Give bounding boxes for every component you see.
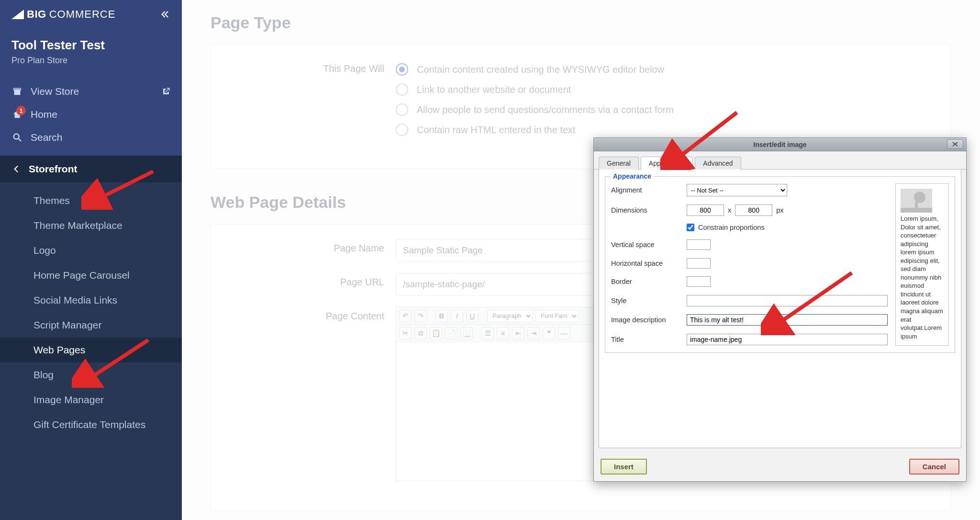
vspace-input[interactable] [687, 239, 711, 250]
underline-icon[interactable]: U [466, 310, 479, 322]
nav-view-store[interactable]: View Store [0, 80, 182, 103]
external-link-icon [162, 87, 170, 96]
radio-icon[interactable] [396, 63, 408, 76]
page-type-option-label: Contain raw HTML entered in the text [417, 124, 576, 136]
page-type-option[interactable]: Contain raw HTML entered in the text [396, 120, 934, 140]
hspace-input[interactable] [687, 258, 711, 269]
quote-icon[interactable]: ❝ [543, 327, 555, 339]
image-description-label: Image description [611, 316, 683, 324]
dialog-tabs: General Appearance Advanced [594, 151, 966, 170]
close-icon [952, 142, 958, 147]
collapse-sidebar-icon[interactable] [160, 9, 170, 20]
preview-text: Lorem ipsum, Dolor sit amet, consectetue… [901, 215, 943, 340]
paste-text-icon[interactable]: 📄 [445, 327, 457, 339]
bold-icon[interactable]: B [435, 310, 448, 322]
sidebar-item-blog[interactable]: Blog [0, 362, 182, 387]
radio-icon[interactable] [396, 103, 408, 116]
ul-icon[interactable]: ☰ [481, 327, 494, 339]
constrain-checkbox[interactable] [687, 224, 694, 231]
preview-thumb-icon [901, 189, 932, 213]
cancel-button[interactable]: Cancel [909, 459, 959, 475]
insert-button[interactable]: Insert [601, 459, 647, 475]
page-name-label: Page Name [228, 239, 396, 254]
dialog-close-button[interactable] [947, 139, 963, 149]
width-input[interactable] [687, 204, 724, 216]
appearance-fieldset: Appearance Alignment -- Not Set -- Dimen… [605, 176, 955, 353]
nav-home[interactable]: 1 Home [0, 103, 182, 126]
sidebar-item-logo[interactable]: Logo [0, 238, 182, 263]
redo-icon[interactable]: ↷ [414, 310, 427, 322]
sidebar-item-gift-certificate-templates[interactable]: Gift Certificate Templates [0, 412, 182, 437]
section-storefront-head[interactable]: Storefront [0, 156, 182, 182]
store-heading: Tool Tester Test Pro Plan Store [0, 28, 182, 76]
undo-icon[interactable]: ↶ [399, 310, 412, 322]
hr-icon[interactable]: — [558, 327, 570, 339]
sidebar-item-script-manager[interactable]: Script Manager [0, 313, 182, 338]
sidebar-item-themes[interactable]: Themes [0, 188, 182, 213]
border-input[interactable] [687, 276, 711, 287]
nav-search[interactable]: Search [0, 126, 182, 149]
dialog-title-bar: Insert/edit image [594, 138, 966, 151]
svg-line-3 [19, 139, 22, 142]
style-input[interactable] [687, 295, 888, 306]
constrain-label: Constrain proportions [698, 224, 765, 231]
svg-marker-0 [11, 10, 24, 19]
page-type-option[interactable]: Link to another website or document [396, 79, 934, 100]
constrain-row[interactable]: Constrain proportions [687, 224, 888, 231]
page-type-options: Contain content created using the WYSIWY… [396, 59, 934, 140]
image-description-input[interactable] [687, 314, 888, 326]
brand-mark-icon [11, 10, 24, 19]
brand-bar: BIGCOMMERCE [0, 0, 182, 28]
home-badge: 1 [16, 106, 26, 115]
dialog-title: Insert/edit image [753, 141, 806, 148]
copy-icon[interactable]: ⧉ [414, 327, 427, 339]
tab-appearance[interactable]: Appearance [641, 157, 693, 170]
brand-logo: BIGCOMMERCE [11, 8, 115, 21]
alignment-select[interactable]: -- Not Set -- [687, 184, 787, 196]
ol-icon[interactable]: ≡ [497, 327, 509, 339]
fieldset-legend: Appearance [610, 172, 654, 180]
page-type-option-label: Contain content created using the WYSIWY… [417, 64, 664, 75]
title-field-label: Title [611, 336, 683, 343]
page-type-option[interactable]: Allow people to send questions/comments … [396, 100, 934, 120]
alignment-label: Alignment [611, 186, 683, 194]
insert-image-dialog: Insert/edit image General Appearance Adv… [593, 137, 967, 482]
page-type-option[interactable]: Contain content created using the WYSIWY… [396, 59, 934, 79]
brand-text-big: BIG [27, 8, 46, 21]
sidebar-item-home-page-carousel[interactable]: Home Page Carousel [0, 263, 182, 288]
sidebar: BIGCOMMERCE Tool Tester Test Pro Plan St… [0, 0, 182, 520]
outdent-icon[interactable]: ⇤ [512, 327, 524, 339]
title-input[interactable] [687, 334, 888, 345]
indent-icon[interactable]: ⇥ [527, 327, 540, 339]
dialog-footer: Insert Cancel [594, 455, 966, 481]
sidebar-item-social-media-links[interactable]: Social Media Links [0, 288, 182, 313]
store-plan: Pro Plan Store [11, 56, 170, 66]
sidebar-item-theme-marketplace[interactable]: Theme Marketplace [0, 213, 182, 238]
page-type-option-label: Link to another website or document [417, 84, 571, 95]
tab-advanced[interactable]: Advanced [695, 157, 741, 170]
paste-word-icon[interactable]: 📃 [460, 327, 473, 339]
radio-icon[interactable] [396, 124, 408, 136]
height-input[interactable] [735, 204, 772, 216]
radio-icon[interactable] [396, 83, 408, 96]
dimensions-label: Dimensions [611, 206, 683, 214]
vspace-label: Vertical space [611, 241, 683, 249]
cut-icon[interactable]: ✂ [399, 327, 412, 339]
subnav: ThemesTheme MarketplaceLogoHome Page Car… [0, 182, 182, 443]
hspace-label: Horizontal space [611, 260, 683, 267]
nav-search-label: Search [31, 132, 63, 143]
brand-text-commerce: COMMERCE [49, 8, 116, 21]
page-type-option-label: Allow people to send questions/comments … [417, 104, 674, 115]
sidebar-item-image-manager[interactable]: Image Manager [0, 387, 182, 412]
font-family-select[interactable]: Font Fam [535, 310, 579, 322]
tab-general[interactable]: General [599, 157, 639, 170]
paragraph-select[interactable]: Paragraph [487, 310, 533, 322]
italic-icon[interactable]: I [451, 310, 463, 322]
dialog-body: Appearance Alignment -- Not Set -- Dimen… [599, 170, 961, 448]
svg-point-2 [14, 134, 19, 139]
style-label: Style [611, 297, 683, 305]
this-page-will-label: This Page Will [228, 59, 396, 74]
dim-separator: x [728, 206, 731, 214]
sidebar-item-web-pages[interactable]: Web Pages [0, 338, 182, 362]
paste-icon[interactable]: 📋 [430, 327, 442, 339]
